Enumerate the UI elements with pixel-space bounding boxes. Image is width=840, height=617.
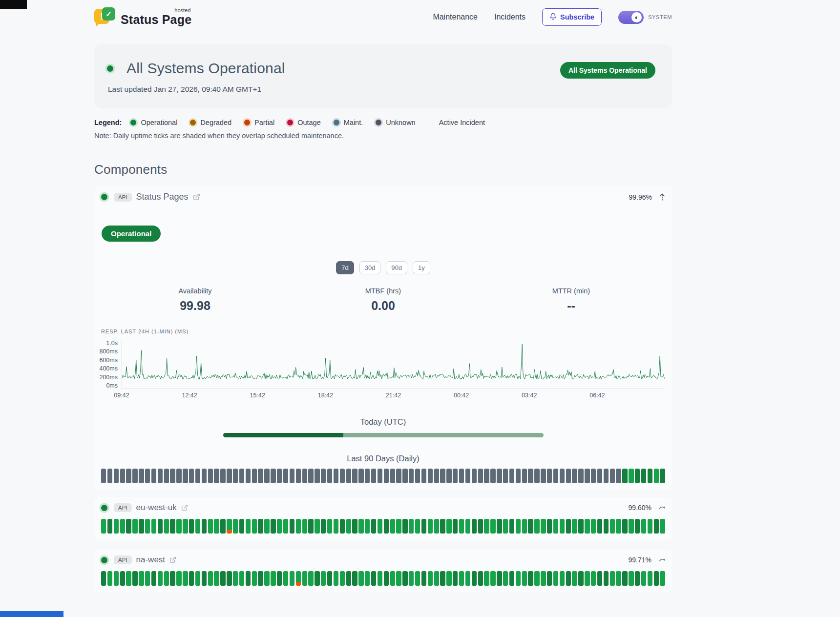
uptime-tick[interactable] <box>641 469 646 483</box>
uptime-tick[interactable] <box>402 519 407 534</box>
uptime-tick[interactable] <box>434 469 439 483</box>
uptime-tick[interactable] <box>472 469 477 483</box>
uptime-tick[interactable] <box>334 519 338 534</box>
expand-arrow-icon[interactable] <box>659 505 665 510</box>
uptime-tick[interactable] <box>227 571 231 586</box>
uptime-tick[interactable] <box>151 519 156 534</box>
uptime-tick[interactable] <box>120 469 125 483</box>
uptime-tick[interactable] <box>158 571 163 586</box>
uptime-tick[interactable] <box>522 571 527 586</box>
uptime-tick[interactable] <box>541 519 546 534</box>
uptime-tick[interactable] <box>604 571 609 586</box>
uptime-tick[interactable] <box>597 519 602 534</box>
uptime-tick[interactable] <box>132 469 137 483</box>
uptime-tick[interactable] <box>629 519 633 534</box>
component-name-link[interactable]: Status Pages <box>136 192 189 202</box>
uptime-tick[interactable] <box>635 519 640 534</box>
uptime-tick[interactable] <box>484 571 489 586</box>
uptime-tick[interactable] <box>107 571 112 586</box>
uptime-tick[interactable] <box>446 519 451 534</box>
uptime-tick[interactable] <box>560 519 565 534</box>
uptime-tick[interactable] <box>660 519 665 534</box>
uptime-tick[interactable] <box>208 469 213 483</box>
uptime-tick[interactable] <box>415 571 420 586</box>
uptime-tick[interactable] <box>610 469 615 483</box>
uptime-tick[interactable] <box>378 571 382 586</box>
uptime-tick[interactable] <box>440 571 445 586</box>
uptime-tick[interactable] <box>648 519 652 534</box>
uptime-tick[interactable] <box>578 571 583 586</box>
uptime-tick[interactable] <box>434 571 439 586</box>
uptime-tick[interactable] <box>352 571 357 586</box>
uptime-tick[interactable] <box>648 469 652 483</box>
uptime-tick[interactable] <box>516 469 521 483</box>
uptime-tick[interactable] <box>176 469 181 483</box>
uptime-tick[interactable] <box>509 571 514 586</box>
uptime-tick[interactable] <box>446 469 451 483</box>
uptime-tick[interactable] <box>334 469 338 483</box>
uptime-tick[interactable] <box>164 571 169 586</box>
uptime-tick[interactable] <box>390 469 395 483</box>
uptime-tick[interactable] <box>120 519 125 534</box>
uptime-tick[interactable] <box>321 469 326 483</box>
uptime-tick[interactable] <box>616 519 621 534</box>
uptime-tick[interactable] <box>346 571 351 586</box>
uptime-tick[interactable] <box>139 571 144 586</box>
uptime-tick[interactable] <box>302 519 307 534</box>
uptime-tick[interactable] <box>622 519 627 534</box>
uptime-tick[interactable] <box>145 571 150 586</box>
uptime-tick[interactable] <box>315 469 319 483</box>
uptime-tick[interactable] <box>378 519 382 534</box>
uptime-tick[interactable] <box>214 469 219 483</box>
uptime-tick[interactable] <box>158 519 163 534</box>
expand-arrow-icon[interactable] <box>659 557 665 562</box>
uptime-tick[interactable] <box>176 519 181 534</box>
uptime-tick[interactable] <box>635 469 640 483</box>
uptime-tick[interactable] <box>591 519 596 534</box>
uptime-tick[interactable] <box>459 469 464 483</box>
uptime-tick[interactable] <box>183 519 188 534</box>
uptime-tick[interactable] <box>271 519 275 534</box>
uptime-tick[interactable] <box>547 469 552 483</box>
uptime-tick[interactable] <box>478 469 483 483</box>
uptime-tick[interactable] <box>202 469 207 483</box>
uptime-tick[interactable] <box>604 469 609 483</box>
uptime-tick[interactable] <box>151 469 156 483</box>
uptime-tick[interactable] <box>114 571 119 586</box>
uptime-tick[interactable] <box>252 469 257 483</box>
uptime-tick[interactable] <box>490 519 495 534</box>
uptime-tick[interactable] <box>528 571 533 586</box>
uptime-tick[interactable] <box>327 469 332 483</box>
uptime-tick[interactable] <box>585 571 589 586</box>
uptime-tick[interactable] <box>509 469 514 483</box>
uptime-tick[interactable] <box>239 571 244 586</box>
uptime-tick[interactable] <box>358 519 363 534</box>
uptime-tick[interactable] <box>465 469 470 483</box>
uptime-tick[interactable] <box>528 469 533 483</box>
uptime-tick[interactable] <box>578 519 583 534</box>
uptime-tick[interactable] <box>290 469 294 483</box>
uptime-tick[interactable] <box>459 519 464 534</box>
uptime-tick[interactable] <box>195 519 200 534</box>
logo[interactable]: ! ✓ hosted Status Page <box>94 7 191 27</box>
uptime-tick[interactable] <box>604 519 609 534</box>
uptime-tick[interactable] <box>246 571 251 586</box>
uptime-tick[interactable] <box>384 571 389 586</box>
uptime-tick[interactable] <box>591 469 596 483</box>
uptime-tick[interactable] <box>654 469 659 483</box>
uptime-tick[interactable] <box>622 469 627 483</box>
uptime-tick[interactable] <box>114 519 119 534</box>
uptime-tick[interactable] <box>358 469 363 483</box>
uptime-tick[interactable] <box>396 469 401 483</box>
uptime-tick[interactable] <box>189 519 194 534</box>
uptime-tick[interactable] <box>497 519 502 534</box>
uptime-tick[interactable] <box>308 519 313 534</box>
uptime-tick[interactable] <box>472 571 477 586</box>
uptime-tick[interactable] <box>189 469 194 483</box>
uptime-tick[interactable] <box>560 469 565 483</box>
uptime-tick[interactable] <box>402 469 407 483</box>
uptime-tick[interactable] <box>220 571 225 586</box>
uptime-tick[interactable] <box>145 519 150 534</box>
uptime-tick[interactable] <box>553 469 558 483</box>
theme-toggle[interactable]: ◐ <box>618 11 644 24</box>
